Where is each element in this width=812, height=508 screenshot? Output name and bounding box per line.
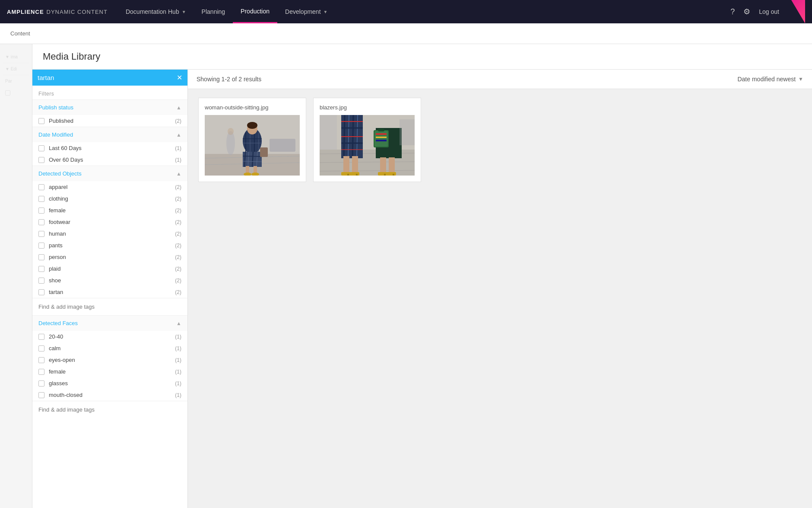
filter-checkbox-pants[interactable]: [38, 243, 44, 249]
filter-label-last60: Last 60 Days: [49, 145, 171, 151]
filter-count-clothing: (2): [175, 196, 181, 202]
image-card-blazers[interactable]: blazers.jpg: [313, 98, 421, 182]
nav-item-production-label: Production: [241, 8, 270, 15]
filter-count-tartan: (2): [175, 289, 181, 295]
filter-item-footwear[interactable]: footwear (2): [32, 216, 187, 228]
nav-item-planning[interactable]: Planning: [194, 0, 233, 23]
filter-item-eyes-open[interactable]: eyes-open (1): [32, 354, 187, 366]
filter-count-female-obj: (2): [175, 208, 181, 214]
search-input[interactable]: [38, 74, 173, 81]
filter-item-glasses[interactable]: glasses (1): [32, 377, 187, 389]
filter-checkbox-mouth-closed[interactable]: [38, 392, 44, 398]
filter-checkbox-glasses[interactable]: [38, 380, 44, 387]
main-layout: ▼ ima ▼ Edi Par Media Library ✕ Filt: [0, 44, 812, 508]
date-modified-header[interactable]: Date Modified ▲: [32, 127, 187, 142]
filter-checkbox-last60[interactable]: [38, 145, 44, 151]
filter-item-over60[interactable]: Over 60 Days (1): [32, 154, 187, 166]
filter-label-footwear: footwear: [49, 219, 171, 225]
search-clear-button[interactable]: ✕: [177, 74, 182, 81]
svg-rect-53: [376, 133, 387, 135]
filter-checkbox-published[interactable]: [38, 118, 44, 124]
filter-item-female-face[interactable]: female (1): [32, 366, 187, 377]
filter-count-eyes-open: (1): [175, 357, 181, 363]
nav-item-production[interactable]: Production: [233, 0, 277, 23]
filter-item-female-obj[interactable]: female (2): [32, 204, 187, 216]
filter-count-female-face: (1): [175, 369, 181, 375]
filter-checkbox-calm[interactable]: [38, 345, 44, 351]
filter-checkbox-over60[interactable]: [38, 157, 44, 163]
filter-item-apparel[interactable]: apparel (2): [32, 181, 187, 193]
nav-item-planning-label: Planning: [202, 8, 225, 15]
filter-checkbox-female-obj[interactable]: [38, 208, 44, 214]
filter-item-last60[interactable]: Last 60 Days (1): [32, 142, 187, 154]
filter-checkbox-tartan[interactable]: [38, 289, 44, 295]
breadcrumb-content[interactable]: Content: [10, 30, 30, 37]
page-area: Media Library ✕ Filters Publish status ▲: [32, 44, 812, 508]
detected-objects-header[interactable]: Detected Objects ▲: [32, 166, 187, 181]
filter-item-plaid[interactable]: plaid (2): [32, 263, 187, 275]
filter-checkbox-person[interactable]: [38, 254, 44, 260]
detected-faces-header[interactable]: Detected Faces ▲: [32, 316, 187, 331]
nav-item-documentation[interactable]: Documentation Hub ▼: [118, 0, 194, 23]
filter-checkbox-20-40[interactable]: [38, 334, 44, 340]
nav-items: Documentation Hub ▼ Planning Production …: [118, 0, 730, 23]
filter-checkbox-female-face[interactable]: [38, 369, 44, 375]
filter-checkbox-apparel[interactable]: [38, 184, 44, 190]
image-thumb-woman: [205, 115, 300, 176]
publish-status-header[interactable]: Publish status ▲: [32, 100, 187, 115]
svg-rect-47: [350, 172, 359, 176]
objects-tag-input[interactable]: [38, 302, 181, 312]
brand-dynamic-text: DYNAMIC CONTENT: [47, 9, 108, 15]
filter-label-eyes-open: eyes-open: [49, 357, 171, 363]
image-grid: woman-outside-sitting.jpg: [198, 98, 802, 182]
filter-label-published: Published: [49, 118, 171, 124]
filter-checkbox-eyes-open[interactable]: [38, 357, 44, 363]
faces-tag-input-container: [32, 401, 187, 418]
filter-count-last60: (1): [175, 145, 181, 151]
filter-checkbox-shoe[interactable]: [38, 278, 44, 284]
filter-item-tartan[interactable]: tartan (2): [32, 286, 187, 298]
filter-label-clothing: clothing: [49, 195, 171, 202]
filter-count-mouth-closed: (1): [175, 392, 181, 398]
date-modified-chevron: ▲: [176, 132, 181, 138]
filter-item-shoe[interactable]: shoe (2): [32, 275, 187, 286]
filter-label-tartan: tartan: [49, 289, 171, 295]
filter-checkbox-plaid[interactable]: [38, 266, 44, 272]
filter-item-clothing[interactable]: clothing (2): [32, 193, 187, 204]
svg-rect-61: [384, 174, 386, 176]
filter-label-over60: Over 60 Days: [49, 157, 171, 163]
filter-label-female-obj: female: [49, 207, 171, 214]
filter-item-person[interactable]: person (2): [32, 251, 187, 263]
image-filename-woman: woman-outside-sitting.jpg: [205, 104, 300, 111]
filter-count-apparel: (2): [175, 184, 181, 190]
publish-status-chevron: ▲: [176, 105, 181, 111]
filter-count-20-40: (1): [175, 334, 181, 340]
filter-item-human[interactable]: human (2): [32, 228, 187, 240]
publish-status-title: Publish status: [38, 104, 73, 111]
filter-item-published[interactable]: Published (2): [32, 115, 187, 127]
nav-item-development[interactable]: Development ▼: [277, 0, 335, 23]
image-card-woman[interactable]: woman-outside-sitting.jpg: [198, 98, 306, 182]
logout-button[interactable]: Log out: [759, 8, 779, 15]
faces-tag-input[interactable]: [38, 405, 181, 415]
brand-logo[interactable]: AMPLIENCE DYNAMIC CONTENT: [7, 9, 108, 15]
svg-rect-46: [341, 172, 351, 176]
sort-select[interactable]: Date modified newest ▼: [737, 76, 803, 83]
filter-item-calm[interactable]: calm (1): [32, 342, 187, 354]
filter-section-date-modified: Date Modified ▲ Last 60 Days (1) Over 60…: [32, 127, 187, 166]
filter-item-20-40[interactable]: 20-40 (1): [32, 331, 187, 342]
filter-item-mouth-closed[interactable]: mouth-closed (1): [32, 389, 187, 401]
help-icon[interactable]: ?: [730, 7, 735, 16]
nav-right-actions: ? ⚙ Log out: [730, 0, 805, 23]
svg-rect-45: [352, 156, 358, 174]
filter-label-plaid: plaid: [49, 265, 171, 272]
svg-rect-63: [320, 115, 337, 150]
filter-label-apparel: apparel: [49, 184, 171, 190]
brand-accent-logo: [791, 0, 805, 23]
content-area: ✕ Filters Publish status ▲ Published (2): [32, 70, 812, 508]
filter-item-pants[interactable]: pants (2): [32, 240, 187, 251]
settings-icon[interactable]: ⚙: [743, 7, 750, 16]
filter-checkbox-clothing[interactable]: [38, 196, 44, 202]
filter-checkbox-human[interactable]: [38, 231, 44, 237]
filter-checkbox-footwear[interactable]: [38, 219, 44, 225]
